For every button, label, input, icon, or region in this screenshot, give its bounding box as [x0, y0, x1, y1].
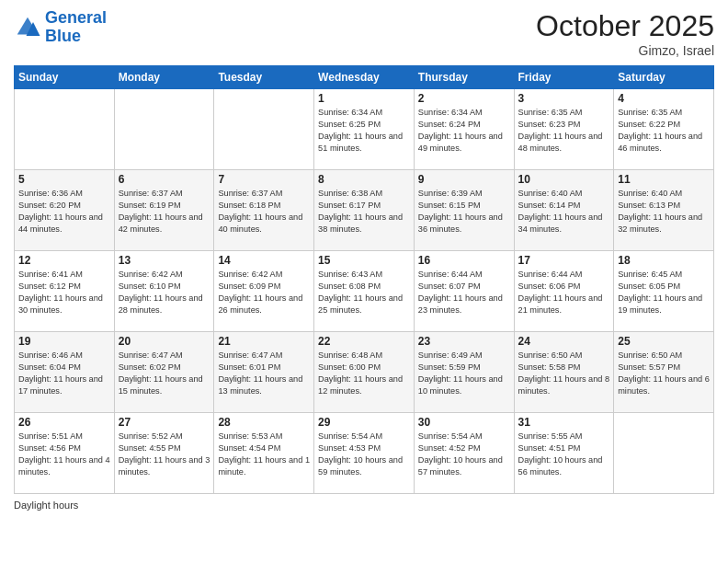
day-cell-1-7: 4Sunrise: 6:35 AMSunset: 6:22 PMDaylight… — [614, 89, 714, 170]
day-number: 15 — [318, 254, 410, 267]
day-number: 6 — [119, 173, 210, 186]
day-number: 4 — [618, 92, 710, 105]
day-info: Sunrise: 6:37 AMSunset: 6:18 PMDaylight:… — [218, 188, 310, 236]
day-cell-1-1 — [15, 89, 115, 170]
day-cell-5-1: 26Sunrise: 5:51 AMSunset: 4:56 PMDayligh… — [15, 413, 115, 494]
day-cell-5-5: 30Sunrise: 5:54 AMSunset: 4:52 PMDayligh… — [414, 413, 514, 494]
logo-text: General Blue — [45, 9, 107, 46]
day-cell-2-6: 10Sunrise: 6:40 AMSunset: 6:14 PMDayligh… — [514, 170, 614, 251]
day-number: 10 — [518, 173, 610, 186]
day-number: 26 — [18, 416, 110, 429]
day-cell-4-6: 24Sunrise: 6:50 AMSunset: 5:58 PMDayligh… — [514, 332, 614, 413]
day-cell-5-4: 29Sunrise: 5:54 AMSunset: 4:53 PMDayligh… — [314, 413, 415, 494]
day-cell-3-3: 14Sunrise: 6:42 AMSunset: 6:09 PMDayligh… — [214, 251, 314, 332]
day-info: Sunrise: 6:39 AMSunset: 6:15 PMDaylight:… — [418, 188, 510, 236]
day-info: Sunrise: 5:51 AMSunset: 4:56 PMDaylight:… — [18, 431, 110, 478]
day-number: 27 — [119, 416, 210, 429]
day-number: 23 — [418, 335, 510, 348]
calendar-table: Sunday Monday Tuesday Wednesday Thursday… — [14, 65, 714, 494]
day-info: Sunrise: 6:48 AMSunset: 6:00 PMDaylight:… — [318, 350, 410, 397]
day-number: 30 — [418, 416, 510, 429]
day-info: Sunrise: 6:44 AMSunset: 6:06 PMDaylight:… — [518, 269, 610, 316]
day-info: Sunrise: 5:54 AMSunset: 4:52 PMDaylight:… — [418, 431, 510, 478]
day-info: Sunrise: 6:40 AMSunset: 6:13 PMDaylight:… — [618, 188, 710, 236]
week-row-2: 5Sunrise: 6:36 AMSunset: 6:20 PMDaylight… — [15, 170, 714, 251]
day-number: 14 — [218, 254, 310, 267]
day-cell-1-5: 2Sunrise: 6:34 AMSunset: 6:24 PMDaylight… — [414, 89, 514, 170]
page: General Blue October 2025 Gimzo, Israel … — [0, 0, 728, 563]
header-saturday: Saturday — [614, 66, 714, 89]
day-cell-4-4: 22Sunrise: 6:48 AMSunset: 6:00 PMDayligh… — [314, 332, 415, 413]
header: General Blue October 2025 Gimzo, Israel — [14, 9, 714, 58]
day-info: Sunrise: 6:37 AMSunset: 6:19 PMDaylight:… — [119, 188, 210, 236]
day-cell-2-3: 7Sunrise: 6:37 AMSunset: 6:18 PMDaylight… — [214, 170, 314, 251]
day-number: 11 — [618, 173, 710, 186]
day-cell-5-7 — [614, 413, 714, 494]
day-number: 31 — [518, 416, 610, 429]
day-number: 2 — [418, 92, 510, 105]
day-cell-2-4: 8Sunrise: 6:38 AMSunset: 6:17 PMDaylight… — [314, 170, 415, 251]
day-number: 20 — [119, 335, 210, 348]
day-info: Sunrise: 6:42 AMSunset: 6:09 PMDaylight:… — [218, 269, 310, 316]
day-info: Sunrise: 6:34 AMSunset: 6:24 PMDaylight:… — [418, 107, 510, 155]
day-number: 7 — [218, 173, 310, 186]
day-cell-3-5: 16Sunrise: 6:44 AMSunset: 6:07 PMDayligh… — [414, 251, 514, 332]
day-number: 1 — [318, 92, 410, 105]
title-block: October 2025 Gimzo, Israel — [536, 9, 714, 58]
legend: Daylight hours — [14, 500, 714, 511]
day-number: 5 — [18, 173, 110, 186]
day-cell-5-3: 28Sunrise: 5:53 AMSunset: 4:54 PMDayligh… — [214, 413, 314, 494]
day-number: 19 — [18, 335, 110, 348]
day-info: Sunrise: 5:53 AMSunset: 4:54 PMDaylight:… — [218, 431, 310, 478]
day-info: Sunrise: 6:44 AMSunset: 6:07 PMDaylight:… — [418, 269, 510, 316]
day-number: 25 — [618, 335, 710, 348]
day-number: 13 — [119, 254, 210, 267]
day-info: Sunrise: 6:49 AMSunset: 5:59 PMDaylight:… — [418, 350, 510, 397]
day-cell-1-3 — [214, 89, 314, 170]
day-info: Sunrise: 6:50 AMSunset: 5:57 PMDaylight:… — [618, 350, 710, 397]
day-number: 21 — [218, 335, 310, 348]
day-cell-3-1: 12Sunrise: 6:41 AMSunset: 6:12 PMDayligh… — [15, 251, 115, 332]
day-number: 8 — [318, 173, 410, 186]
day-cell-2-5: 9Sunrise: 6:39 AMSunset: 6:15 PMDaylight… — [414, 170, 514, 251]
day-info: Sunrise: 6:46 AMSunset: 6:04 PMDaylight:… — [18, 350, 110, 397]
day-cell-4-1: 19Sunrise: 6:46 AMSunset: 6:04 PMDayligh… — [15, 332, 115, 413]
day-cell-5-6: 31Sunrise: 5:55 AMSunset: 4:51 PMDayligh… — [514, 413, 614, 494]
day-cell-2-7: 11Sunrise: 6:40 AMSunset: 6:13 PMDayligh… — [614, 170, 714, 251]
logo: General Blue — [14, 9, 107, 46]
weekday-header-row: Sunday Monday Tuesday Wednesday Thursday… — [15, 66, 714, 89]
day-info: Sunrise: 6:35 AMSunset: 6:23 PMDaylight:… — [518, 107, 610, 155]
day-info: Sunrise: 6:34 AMSunset: 6:25 PMDaylight:… — [318, 107, 410, 155]
day-cell-1-6: 3Sunrise: 6:35 AMSunset: 6:23 PMDaylight… — [514, 89, 614, 170]
day-cell-4-7: 25Sunrise: 6:50 AMSunset: 5:57 PMDayligh… — [614, 332, 714, 413]
day-info: Sunrise: 5:52 AMSunset: 4:55 PMDaylight:… — [119, 431, 210, 478]
day-info: Sunrise: 6:47 AMSunset: 6:02 PMDaylight:… — [119, 350, 210, 397]
day-info: Sunrise: 6:40 AMSunset: 6:14 PMDaylight:… — [518, 188, 610, 236]
day-info: Sunrise: 5:54 AMSunset: 4:53 PMDaylight:… — [318, 431, 410, 478]
header-sunday: Sunday — [15, 66, 115, 89]
day-cell-2-2: 6Sunrise: 6:37 AMSunset: 6:19 PMDaylight… — [114, 170, 214, 251]
day-number: 16 — [418, 254, 510, 267]
day-info: Sunrise: 5:55 AMSunset: 4:51 PMDaylight:… — [518, 431, 610, 478]
day-number: 3 — [518, 92, 610, 105]
location: Gimzo, Israel — [536, 43, 714, 58]
day-info: Sunrise: 6:42 AMSunset: 6:10 PMDaylight:… — [119, 269, 210, 316]
day-cell-3-2: 13Sunrise: 6:42 AMSunset: 6:10 PMDayligh… — [114, 251, 214, 332]
day-cell-4-3: 21Sunrise: 6:47 AMSunset: 6:01 PMDayligh… — [214, 332, 314, 413]
header-thursday: Thursday — [414, 66, 514, 89]
day-info: Sunrise: 6:35 AMSunset: 6:22 PMDaylight:… — [618, 107, 710, 155]
day-number: 12 — [18, 254, 110, 267]
day-number: 17 — [518, 254, 610, 267]
month-title: October 2025 — [536, 9, 714, 43]
day-info: Sunrise: 6:50 AMSunset: 5:58 PMDaylight:… — [518, 350, 610, 397]
header-wednesday: Wednesday — [314, 66, 415, 89]
day-cell-3-4: 15Sunrise: 6:43 AMSunset: 6:08 PMDayligh… — [314, 251, 415, 332]
header-tuesday: Tuesday — [214, 66, 314, 89]
day-cell-4-2: 20Sunrise: 6:47 AMSunset: 6:02 PMDayligh… — [114, 332, 214, 413]
day-info: Sunrise: 6:38 AMSunset: 6:17 PMDaylight:… — [318, 188, 410, 236]
day-number: 18 — [618, 254, 710, 267]
week-row-1: 1Sunrise: 6:34 AMSunset: 6:25 PMDaylight… — [15, 89, 714, 170]
day-cell-2-1: 5Sunrise: 6:36 AMSunset: 6:20 PMDaylight… — [15, 170, 115, 251]
week-row-5: 26Sunrise: 5:51 AMSunset: 4:56 PMDayligh… — [15, 413, 714, 494]
day-number: 24 — [518, 335, 610, 348]
